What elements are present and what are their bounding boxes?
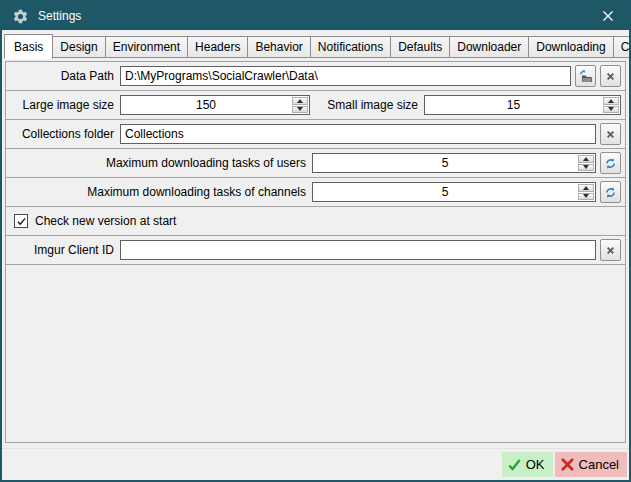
tab-downloading[interactable]: Downloading <box>528 36 613 58</box>
small-image-size-label: Small image size <box>310 98 424 112</box>
cross-icon <box>560 457 575 472</box>
large-image-size-input[interactable] <box>121 96 291 114</box>
max-tasks-channels-stepper <box>312 182 596 202</box>
spin-buttons <box>291 96 309 114</box>
max-tasks-users-stepper <box>312 153 596 173</box>
image-sizes-row: Large image size Small image size <box>5 90 626 120</box>
check-icon <box>507 457 522 472</box>
settings-window: Settings Basis Design Environment Header… <box>0 0 631 482</box>
tab-channels[interactable]: Channels <box>613 36 631 58</box>
imgur-client-id-row: Imgur Client ID <box>5 235 626 265</box>
clear-imgur-client-id-button[interactable] <box>600 239 621 261</box>
tab-page-basis: Data Path Large image size <box>2 58 629 448</box>
window-title: Settings <box>38 9 81 23</box>
max-tasks-channels-input[interactable] <box>313 183 577 201</box>
footer-bar: OK Cancel <box>2 448 629 480</box>
check-new-version-label: Check new version at start <box>35 214 176 228</box>
collections-folder-row: Collections folder <box>5 119 626 149</box>
collections-folder-label: Collections folder <box>10 127 120 141</box>
browse-folder-button[interactable] <box>575 65 596 87</box>
spin-up-button[interactable] <box>603 97 619 105</box>
empty-panel <box>5 264 626 443</box>
max-tasks-users-input[interactable] <box>313 154 577 172</box>
max-tasks-users-row: Maximum downloading tasks of users <box>5 148 626 178</box>
spin-up-button[interactable] <box>578 155 594 163</box>
reset-max-tasks-channels-button[interactable] <box>600 181 621 203</box>
tab-behavior[interactable]: Behavior <box>247 36 310 58</box>
ok-button-label: OK <box>526 457 545 472</box>
data-path-row: Data Path <box>5 61 626 91</box>
small-image-size-input[interactable] <box>425 96 602 114</box>
refresh-icon <box>604 157 617 170</box>
max-tasks-channels-label: Maximum downloading tasks of channels <box>10 185 312 199</box>
triangle-up-icon <box>583 186 589 190</box>
close-button[interactable] <box>587 2 629 30</box>
tab-environment[interactable]: Environment <box>105 36 188 58</box>
data-path-input[interactable] <box>120 66 571 86</box>
triangle-down-icon <box>583 165 589 169</box>
gear-icon <box>12 8 29 25</box>
clear-collections-folder-button[interactable] <box>600 123 621 145</box>
spin-down-button[interactable] <box>578 164 594 172</box>
spin-down-button[interactable] <box>578 193 594 201</box>
imgur-client-id-input[interactable] <box>120 240 596 260</box>
check-new-version-checkbox[interactable] <box>14 214 28 228</box>
tab-design[interactable]: Design <box>52 36 105 58</box>
imgur-client-id-label: Imgur Client ID <box>10 243 120 257</box>
spin-buttons <box>602 96 620 114</box>
cancel-button-label: Cancel <box>579 457 619 472</box>
triangle-down-icon <box>608 107 614 111</box>
close-icon <box>602 10 614 22</box>
tab-notifications[interactable]: Notifications <box>310 36 391 58</box>
ok-button[interactable]: OK <box>502 452 553 477</box>
open-folder-icon <box>578 69 593 84</box>
spin-buttons <box>577 183 595 201</box>
x-icon <box>606 130 615 139</box>
spin-buttons <box>577 154 595 172</box>
triangle-down-icon <box>583 194 589 198</box>
reset-max-tasks-users-button[interactable] <box>600 152 621 174</box>
tab-strip: Basis Design Environment Headers Behavio… <box>2 30 629 58</box>
check-new-version-row: Check new version at start <box>5 206 626 236</box>
triangle-up-icon <box>608 99 614 103</box>
tab-defaults[interactable]: Defaults <box>390 36 450 58</box>
spin-down-button[interactable] <box>603 106 619 114</box>
check-icon <box>16 216 27 227</box>
spin-up-button[interactable] <box>578 184 594 192</box>
tab-downloader[interactable]: Downloader <box>449 36 529 58</box>
large-image-size-label: Large image size <box>10 98 120 112</box>
cancel-button[interactable]: Cancel <box>555 452 627 477</box>
collections-folder-input[interactable] <box>120 124 596 144</box>
tab-basis[interactable]: Basis <box>4 34 53 59</box>
spin-down-button[interactable] <box>292 106 308 114</box>
title-bar: Settings <box>2 2 629 30</box>
max-tasks-users-label: Maximum downloading tasks of users <box>10 156 312 170</box>
spin-up-button[interactable] <box>292 97 308 105</box>
max-tasks-channels-row: Maximum downloading tasks of channels <box>5 177 626 207</box>
tab-headers[interactable]: Headers <box>187 36 248 58</box>
triangle-down-icon <box>297 107 303 111</box>
small-image-size-stepper <box>424 95 621 115</box>
data-path-label: Data Path <box>10 69 120 83</box>
triangle-up-icon <box>583 157 589 161</box>
clear-data-path-button[interactable] <box>600 65 621 87</box>
large-image-size-stepper <box>120 95 310 115</box>
x-icon <box>606 72 615 81</box>
x-icon <box>606 246 615 255</box>
triangle-up-icon <box>297 99 303 103</box>
refresh-icon <box>604 186 617 199</box>
